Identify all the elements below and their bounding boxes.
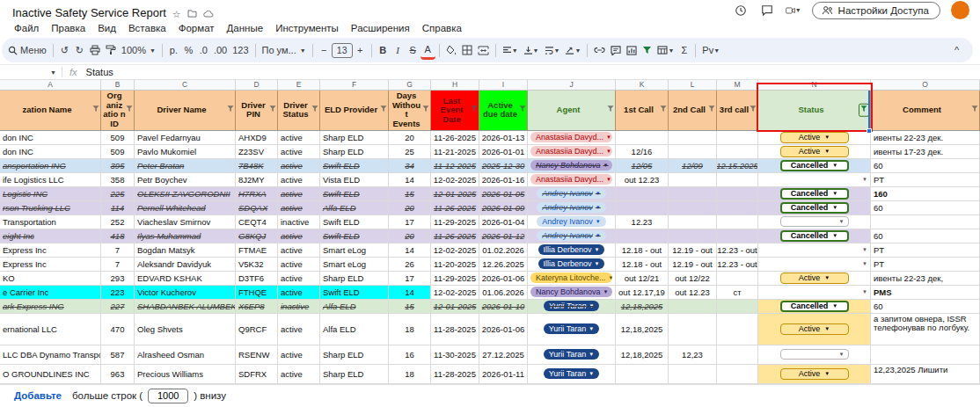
cell-eld[interactable]: Swift ELD — [320, 215, 389, 229]
cell-agent[interactable]: Nancy Bohdanova▼ — [528, 286, 616, 300]
cell-due[interactable]: 2026-01-13 — [479, 131, 528, 145]
search-menus-button[interactable]: Меню — [5, 41, 49, 60]
cell-call2[interactable] — [669, 145, 717, 159]
cell-org[interactable]: ife Logistics LLC — [0, 173, 101, 187]
cell-agent[interactable]: Anastasiia Davyd...▼ — [528, 145, 616, 159]
column-header-driver_name[interactable]: Driver Name — [135, 91, 236, 131]
cell-call1[interactable] — [616, 131, 669, 145]
agent-chip[interactable]: Anastasiia Davyd...▼ — [530, 174, 612, 185]
cell-call2[interactable] — [669, 173, 717, 187]
cell-eld[interactable]: Sharp ELD — [320, 131, 389, 145]
column-header-comment[interactable]: Comment — [871, 91, 980, 131]
dropdown-arrow-icon[interactable]: ▼ — [832, 191, 837, 196]
column-header-status[interactable]: Status — [758, 91, 871, 131]
cell-org_id[interactable]: 293 — [101, 272, 135, 286]
cell-call3[interactable] — [717, 365, 758, 384]
dropdown-arrow-icon[interactable]: ▼ — [824, 326, 830, 331]
cell-days[interactable]: 20 — [389, 131, 431, 145]
dropdown-arrow-icon[interactable]: ▼ — [603, 163, 609, 168]
dropdown-arrow-icon[interactable]: ▼ — [596, 233, 601, 238]
status-chip[interactable]: Cancelled▼ — [780, 301, 849, 312]
agent-chip[interactable]: Yurii Taran▼ — [544, 368, 599, 379]
menu-item-0[interactable]: Файл — [9, 22, 44, 34]
column-header-driver_status[interactable]: Driver Status — [278, 91, 320, 131]
undo-icon[interactable]: ↺ — [57, 41, 72, 60]
cell-driver_status[interactable]: active — [278, 159, 320, 173]
cell-due[interactable]: 01.02.2026 — [479, 243, 528, 258]
cell-comment[interactable]: ивенты 17-23 дек. — [871, 145, 980, 159]
cell-org[interactable]: Transportation — [0, 215, 101, 229]
cell-status[interactable]: ▼ — [758, 173, 871, 187]
cell-call3[interactable] — [717, 314, 758, 345]
cell-org[interactable]: ark Express ING — [0, 300, 101, 314]
dropdown-arrow-icon[interactable]: ▼ — [595, 247, 600, 252]
menu-item-2[interactable]: Вид — [92, 22, 121, 34]
cell-days[interactable]: 15 — [389, 300, 431, 314]
filter-icon[interactable] — [92, 105, 99, 115]
borders-button[interactable] — [459, 41, 475, 60]
cell-call1[interactable]: 12.18 - out — [616, 243, 669, 258]
cell-org[interactable]: don INC — [0, 131, 101, 145]
cell-call3[interactable] — [717, 345, 758, 365]
cell-org[interactable]: Express Inc — [0, 243, 101, 258]
dropdown-arrow-icon[interactable]: ▼ — [832, 205, 837, 210]
text-rotation-button[interactable]: ▼ — [562, 41, 583, 60]
cell-due[interactable]: 01.06.2026 — [479, 286, 528, 300]
agent-chip[interactable]: Yurii Taran▼ — [544, 349, 599, 360]
cell-eld[interactable]: Sharp ELD — [320, 365, 389, 384]
functions-button[interactable]: Σ — [676, 41, 691, 60]
filter-icon[interactable] — [126, 105, 133, 115]
cell-call3[interactable] — [717, 300, 758, 314]
cell-eld[interactable]: Sharp ELD — [320, 345, 389, 365]
cell-driver_pin[interactable]: SDQAX — [236, 201, 278, 215]
agent-chip[interactable]: Kateryna Litovche...▼ — [530, 273, 612, 283]
cell-call2[interactable]: 12.19 - out — [669, 243, 717, 258]
dropdown-arrow-icon[interactable]: ▼ — [824, 275, 830, 280]
paint-format-icon[interactable] — [103, 41, 119, 60]
cell-driver_pin[interactable]: D3TF6 — [236, 272, 278, 286]
cell-eld[interactable]: Alfa ELD — [320, 300, 389, 314]
cell-status[interactable]: ▼ — [758, 243, 871, 258]
column-header-org_id[interactable]: Org aniz atio n ID — [101, 91, 135, 131]
cell-comment[interactable]: PT — [871, 258, 980, 272]
filter-icon[interactable] — [269, 105, 276, 115]
agent-chip[interactable]: Andrey Ivanov▼ — [537, 230, 606, 241]
cell-driver_pin[interactable]: FTHQE — [236, 286, 278, 300]
merge-cells-button[interactable] — [475, 41, 492, 60]
cell-last_event[interactable]: 11-28-2025 — [431, 314, 479, 345]
agent-chip[interactable]: Illia Derbenov▼ — [538, 258, 605, 269]
cell-days[interactable]: 14 — [389, 243, 431, 258]
cell-days[interactable]: 25 — [389, 145, 431, 159]
column-letter-C[interactable]: C — [135, 80, 236, 90]
cell-driver_pin[interactable]: 7B48K — [236, 159, 278, 173]
column-header-call1[interactable]: 1st Call — [616, 91, 669, 131]
cell-driver_name[interactable]: EDVARD KSHAK — [135, 272, 236, 286]
cell-driver_pin[interactable]: X6EP8 — [236, 300, 278, 314]
status-chip[interactable]: Active▼ — [780, 323, 849, 335]
cell-call2[interactable] — [669, 229, 717, 243]
cell-call2[interactable] — [669, 187, 717, 201]
column-header-call2[interactable]: 2nd Call — [669, 91, 717, 131]
cell-eld[interactable]: Smart eLog — [320, 243, 389, 258]
cell-agent[interactable]: Yurii Taran▼ — [528, 365, 616, 384]
cell-call3[interactable] — [717, 272, 758, 286]
cell-call3[interactable]: 12.23 - out — [717, 258, 758, 272]
share-button[interactable]: Настройки Доступа — [812, 2, 940, 19]
cell-org[interactable]: e Carrier Inc — [0, 286, 101, 300]
dropdown-arrow-icon[interactable]: ▼ — [832, 303, 837, 309]
cell-call2[interactable]: out 12.23 — [669, 286, 717, 300]
cell-comment[interactable]: PMS — [871, 286, 980, 300]
selection-fill-handle[interactable] — [867, 128, 872, 134]
decrease-decimal-button[interactable]: .0 — [196, 41, 211, 60]
cell-comment[interactable]: ивенты 22-23 дек. — [871, 131, 980, 145]
cell-eld[interactable]: Alfa ELD — [320, 201, 389, 215]
cell-eld[interactable]: Swift ELD — [320, 229, 389, 243]
cell-last_event[interactable]: 12-02-2025 — [431, 173, 479, 187]
status-empty-dropdown[interactable]: ▼ — [780, 216, 849, 227]
cell-driver_status[interactable]: active — [278, 258, 320, 272]
more-formats-button[interactable]: 123 — [230, 41, 251, 60]
dropdown-arrow-icon[interactable]: ▼ — [862, 247, 867, 252]
dropdown-arrow-icon[interactable]: ▼ — [589, 326, 594, 331]
cell-org_id[interactable]: 114 — [101, 201, 135, 215]
menu-item-7[interactable]: Расширения — [346, 22, 415, 34]
